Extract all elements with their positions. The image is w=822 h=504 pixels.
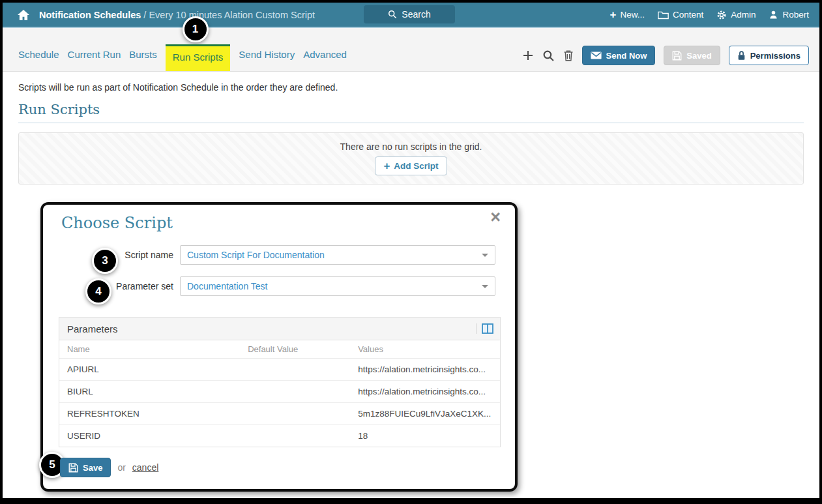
- tab-run-scripts-label: Run Scripts: [173, 52, 224, 63]
- tab-advanced[interactable]: Advanced: [303, 45, 347, 64]
- dialog-footer: Save or cancel: [60, 458, 158, 477]
- home-icon: [17, 9, 30, 21]
- dialog-title: Choose Script: [61, 214, 173, 232]
- permissions-button[interactable]: Permissions: [729, 46, 809, 65]
- param-values: https://alation.metricinsights.co...: [350, 381, 500, 403]
- search-button[interactable]: Search: [364, 5, 455, 23]
- param-name: USERID: [59, 425, 240, 447]
- add-icon[interactable]: [522, 50, 534, 61]
- breadcrumb-secondary: / Every 10 minutes Alation Custom Script: [143, 10, 315, 20]
- parameter-set-select[interactable]: Documentation Test: [180, 276, 495, 296]
- content-menu[interactable]: Content: [658, 10, 703, 20]
- empty-scripts-grid: There are no run scripts in the grid. + …: [18, 132, 804, 185]
- user-menu-label: Robert: [782, 10, 809, 20]
- chevron-down-icon: [482, 254, 488, 257]
- home-button[interactable]: [17, 9, 30, 21]
- script-name-value: Custom Script For Documentation: [187, 250, 325, 260]
- parameters-panel-header: Parameters: [59, 318, 500, 340]
- floppy-icon: [672, 51, 682, 61]
- schedule-toolbar: Send Now Saved Permissions: [522, 46, 809, 71]
- tab-send-history[interactable]: Send History: [239, 45, 295, 64]
- table-row[interactable]: REFRESHTOKEN 5m1z88FUIECu9LfiVJaXeC1XK..…: [59, 403, 500, 425]
- send-now-button[interactable]: Send Now: [582, 46, 656, 65]
- param-default: [240, 359, 350, 381]
- add-script-button[interactable]: + Add Script: [375, 156, 447, 175]
- plus-icon: +: [609, 9, 616, 20]
- annotation-badge-1: 1: [183, 16, 209, 42]
- parameters-panel: Parameters Name Default Value Values: [59, 317, 501, 447]
- table-row[interactable]: APIURL https://alation.metricinsights.co…: [59, 359, 500, 381]
- tab-run-scripts[interactable]: 1 Run Scripts: [166, 44, 231, 71]
- param-default: [240, 381, 350, 403]
- tab-bar: Schedule Current Run Bursts 1 Run Script…: [3, 28, 819, 72]
- param-name: BIURL: [59, 381, 240, 403]
- floppy-icon: [68, 463, 78, 473]
- param-name: REFRESHTOKEN: [59, 403, 240, 425]
- section-title: Run Scripts: [18, 102, 804, 123]
- cancel-link[interactable]: cancel: [132, 462, 158, 473]
- column-header-values: Values: [350, 340, 500, 359]
- search-button-label: Search: [402, 9, 430, 20]
- param-values: https://alation.metricinsights.co...: [350, 359, 500, 381]
- param-default: [240, 425, 350, 447]
- new-menu-label: New...: [620, 10, 645, 20]
- add-script-label: Add Script: [394, 161, 438, 171]
- search-icon-toolbar[interactable]: [542, 50, 555, 62]
- column-header-name: Name: [59, 340, 240, 359]
- close-icon[interactable]: ×: [490, 209, 501, 226]
- save-label: Save: [83, 463, 102, 473]
- top-nav-links: + New... Content Admin Robert: [609, 9, 819, 20]
- empty-grid-message: There are no run scripts in the grid.: [19, 133, 803, 152]
- saved-button: Saved: [664, 46, 720, 65]
- lock-icon: [737, 50, 746, 61]
- parameter-set-label: Parameter set: [43, 281, 180, 291]
- user-menu[interactable]: Robert: [769, 10, 809, 20]
- admin-menu[interactable]: Admin: [716, 10, 756, 20]
- top-navigation-bar: Notification Schedules / Every 10 minute…: [3, 3, 819, 28]
- screenshot-frame: Notification Schedules / Every 10 minute…: [0, 0, 822, 504]
- annotation-badge-3: 3: [92, 248, 118, 274]
- table-row[interactable]: BIURL https://alation.metricinsights.co.…: [59, 381, 500, 403]
- trash-icon[interactable]: [563, 50, 574, 61]
- admin-menu-label: Admin: [731, 10, 756, 20]
- divider: [476, 323, 477, 334]
- send-now-label: Send Now: [606, 51, 647, 61]
- choose-script-dialog: Choose Script × Script name Custom Scrip…: [40, 202, 518, 492]
- breadcrumb-primary: Notification Schedules: [39, 10, 141, 20]
- annotation-badge-4: 4: [85, 278, 111, 304]
- param-values: 18: [350, 425, 500, 447]
- saved-label: Saved: [686, 51, 711, 61]
- column-header-default-value: Default Value: [240, 340, 350, 359]
- chevron-down-icon: [482, 285, 488, 288]
- permissions-label: Permissions: [750, 51, 800, 61]
- tab-current-run[interactable]: Current Run: [68, 45, 121, 64]
- or-text: or: [117, 462, 125, 473]
- parameters-tools: [476, 323, 493, 334]
- tab-bursts[interactable]: Bursts: [129, 45, 157, 64]
- parameters-title: Parameters: [67, 323, 118, 334]
- table-row[interactable]: USERID 18: [59, 425, 500, 447]
- content-menu-label: Content: [673, 10, 703, 20]
- breadcrumb: Notification Schedules / Every 10 minute…: [39, 10, 315, 20]
- folder-icon: [658, 10, 669, 20]
- parameter-set-value: Documentation Test: [187, 281, 267, 291]
- add-icon: +: [383, 160, 390, 171]
- param-default: [240, 403, 350, 425]
- page-content: Scripts will be run as part of Notificat…: [3, 82, 819, 185]
- save-button[interactable]: Save: [60, 458, 111, 477]
- tabs: Schedule Current Run Bursts 1 Run Script…: [18, 44, 347, 71]
- columns-icon[interactable]: [482, 323, 493, 334]
- parameter-set-row: Parameter set Documentation Test: [43, 276, 515, 296]
- parameters-table: Name Default Value Values APIURL https:/…: [59, 340, 500, 447]
- user-icon: [769, 10, 778, 20]
- gear-icon: [716, 10, 727, 20]
- script-name-select[interactable]: Custom Script For Documentation: [180, 245, 495, 265]
- param-name: APIURL: [59, 359, 240, 381]
- table-header-row: Name Default Value Values: [59, 340, 500, 359]
- page-description: Scripts will be run as part of Notificat…: [18, 82, 804, 93]
- tab-schedule[interactable]: Schedule: [18, 45, 59, 64]
- search-icon: [388, 10, 397, 19]
- new-menu[interactable]: + New...: [609, 9, 644, 20]
- envelope-icon: [591, 52, 602, 59]
- param-values: 5m1z88FUIECu9LfiVJaXeC1XK...: [350, 403, 500, 425]
